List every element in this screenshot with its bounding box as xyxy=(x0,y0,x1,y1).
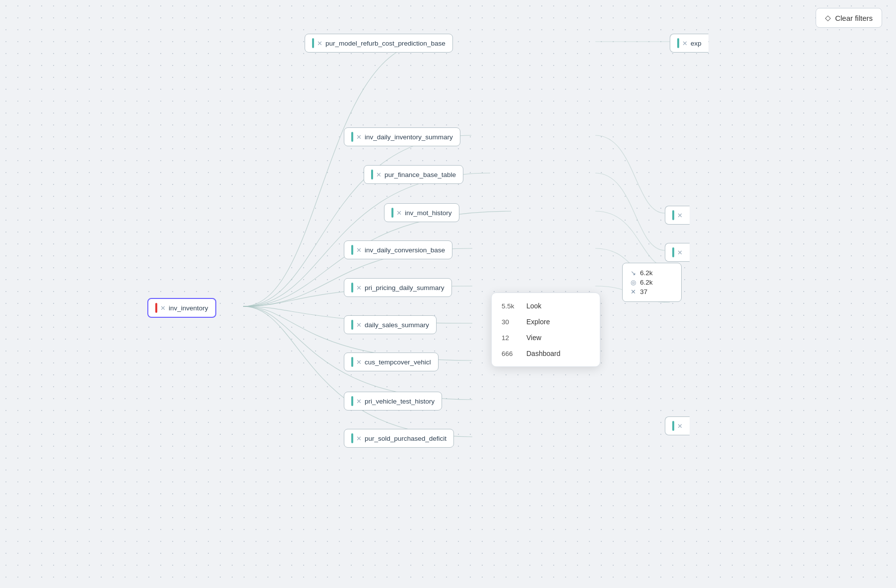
stats-value-2: 37 xyxy=(640,288,647,295)
node-close-icon-pur_finance_base_table[interactable]: ✕ xyxy=(376,171,382,178)
node-bar-pur_model_refurb xyxy=(312,38,314,48)
node-close-icon-pri_pricing_daily_summary[interactable]: ✕ xyxy=(356,284,362,292)
node-bar-pri_vehicle_test_history xyxy=(351,396,353,406)
stats-icon-1: ◎ xyxy=(631,279,636,286)
node-right-2[interactable]: ✕ xyxy=(665,243,690,262)
node-pur_model_refurb[interactable]: ✕pur_model_refurb_cost_prediction_base xyxy=(305,34,453,53)
stats-row-0: ↘6.2k xyxy=(631,268,673,278)
stats-icon-0: ↘ xyxy=(631,269,636,277)
node-label-inv_inventory: inv_inventory xyxy=(169,304,208,312)
node-close-icon-inv_mot_history[interactable]: ✕ xyxy=(396,209,402,217)
popup-row-1[interactable]: 30Explore xyxy=(492,314,600,330)
node-label-inv_daily_inventory_summary: inv_daily_inventory_summary xyxy=(365,133,453,141)
popup-label-3: Dashboard xyxy=(526,350,561,357)
node-inv_daily_conversion_base[interactable]: ✕inv_daily_conversion_base xyxy=(344,240,452,259)
bar-right-2 xyxy=(672,247,674,257)
node-close-icon-daily_sales_summary[interactable]: ✕ xyxy=(356,321,362,329)
node-right-1[interactable]: ✕ xyxy=(665,206,690,225)
popup-row-3[interactable]: 666Dashboard xyxy=(492,346,600,361)
clear-filters-button[interactable]: ◇ Clear filters xyxy=(816,8,882,28)
node-close-icon-inv_inventory[interactable]: ✕ xyxy=(160,304,166,312)
x-right-2[interactable]: ✕ xyxy=(677,249,683,256)
node-inv_daily_inventory_summary[interactable]: ✕inv_daily_inventory_summary xyxy=(344,127,460,146)
stats-panel: ↘6.2k◎6.2k✕37 xyxy=(622,263,682,302)
node-pri_pricing_daily_summary[interactable]: ✕pri_pricing_daily_summary xyxy=(344,278,452,297)
stats-value-1: 6.2k xyxy=(640,279,653,286)
popup-count-1: 30 xyxy=(502,318,526,326)
node-close-icon-inv_daily_inventory_summary[interactable]: ✕ xyxy=(356,133,362,141)
context-popup: 5.5kLook30Explore12View666Dashboard xyxy=(491,293,600,367)
x-exp-partial[interactable]: ✕ xyxy=(682,40,688,47)
node-right-3[interactable]: ✕ xyxy=(665,416,690,435)
node-label-cus_tempcover_vehicl: cus_tempcover_vehicl xyxy=(365,358,431,366)
node-label-pur_finance_base_table: pur_finance_base_table xyxy=(384,171,456,178)
node-inv_mot_history[interactable]: ✕inv_mot_history xyxy=(384,203,459,222)
node-bar-cus_tempcover_vehicl xyxy=(351,357,353,367)
node-bar-inv_daily_conversion_base xyxy=(351,245,353,255)
node-bar-inv_daily_inventory_summary xyxy=(351,132,353,142)
popup-count-3: 666 xyxy=(502,350,526,357)
node-bar-pur_sold_purchased_deficit xyxy=(351,433,353,443)
node-cus_tempcover_vehicl[interactable]: ✕cus_tempcover_vehicl xyxy=(344,353,439,371)
node-pur_sold_purchased_deficit[interactable]: ✕pur_sold_purchased_deficit xyxy=(344,429,454,448)
stats-row-1: ◎6.2k xyxy=(631,278,673,287)
node-close-icon-pri_vehicle_test_history[interactable]: ✕ xyxy=(356,398,362,405)
node-label-inv_daily_conversion_base: inv_daily_conversion_base xyxy=(365,246,445,254)
popup-label-0: Look xyxy=(526,302,541,310)
node-close-icon-pur_sold_purchased_deficit[interactable]: ✕ xyxy=(356,435,362,442)
popup-label-2: View xyxy=(526,334,541,342)
clear-filters-label: Clear filters xyxy=(835,14,873,22)
node-daily_sales_summary[interactable]: ✕daily_sales_summary xyxy=(344,315,437,334)
node-inv_inventory[interactable]: ✕inv_inventory xyxy=(147,298,216,318)
bar-exp-partial xyxy=(677,38,679,48)
node-bar-pri_pricing_daily_summary xyxy=(351,283,353,293)
node-bar-inv_inventory xyxy=(155,303,157,313)
stats-value-0: 6.2k xyxy=(640,269,653,277)
stats-row-2: ✕37 xyxy=(631,287,673,296)
x-right-1[interactable]: ✕ xyxy=(677,212,683,219)
node-label-pur_model_refurb: pur_model_refurb_cost_prediction_base xyxy=(325,40,446,47)
node-exp-partial[interactable]: ✕ exp xyxy=(670,34,708,53)
label-exp-partial: exp xyxy=(691,40,702,47)
node-label-pri_pricing_daily_summary: pri_pricing_daily_summary xyxy=(365,284,445,292)
node-label-inv_mot_history: inv_mot_history xyxy=(405,209,452,217)
node-close-icon-pur_model_refurb[interactable]: ✕ xyxy=(317,40,322,47)
node-close-icon-cus_tempcover_vehicl[interactable]: ✕ xyxy=(356,358,362,366)
popup-label-1: Explore xyxy=(526,318,550,326)
stats-icon-2: ✕ xyxy=(631,288,636,295)
node-pur_finance_base_table[interactable]: ✕pur_finance_base_table xyxy=(364,165,463,184)
node-bar-inv_mot_history xyxy=(391,208,393,218)
popup-count-0: 5.5k xyxy=(502,302,526,310)
diamond-icon: ◇ xyxy=(825,13,831,22)
node-bar-daily_sales_summary xyxy=(351,320,353,330)
node-bar-pur_finance_base_table xyxy=(371,170,373,179)
node-label-pur_sold_purchased_deficit: pur_sold_purchased_deficit xyxy=(365,435,447,442)
x-right-3[interactable]: ✕ xyxy=(677,422,683,430)
node-pri_vehicle_test_history[interactable]: ✕pri_vehicle_test_history xyxy=(344,392,442,411)
bar-right-1 xyxy=(672,210,674,220)
node-label-pri_vehicle_test_history: pri_vehicle_test_history xyxy=(365,398,435,405)
node-label-daily_sales_summary: daily_sales_summary xyxy=(365,321,429,329)
popup-count-2: 12 xyxy=(502,334,526,342)
bar-right-3 xyxy=(672,421,674,431)
popup-row-2[interactable]: 12View xyxy=(492,330,600,346)
popup-row-0[interactable]: 5.5kLook xyxy=(492,298,600,314)
node-close-icon-inv_daily_conversion_base[interactable]: ✕ xyxy=(356,246,362,254)
